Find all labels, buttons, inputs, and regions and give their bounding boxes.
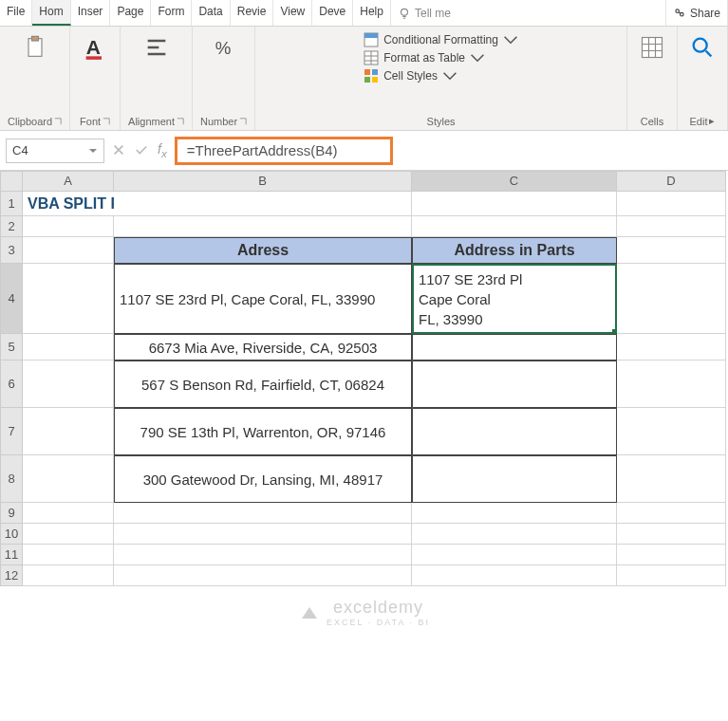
formula-input[interactable]: =ThreePartAddress(B4)	[175, 137, 393, 165]
cell-B4[interactable]: 1107 SE 23rd Pl, Cape Coral, FL, 33990	[114, 264, 412, 334]
cell-D2[interactable]	[617, 216, 726, 237]
cell-C11[interactable]	[412, 545, 617, 565]
cell-A12[interactable]	[23, 565, 114, 586]
cell-B2[interactable]	[114, 216, 412, 237]
dialog-launcher-icon[interactable]	[103, 118, 110, 125]
font-button[interactable]: A	[78, 32, 112, 63]
row-header-12[interactable]: 12	[0, 565, 23, 586]
editing-button[interactable]	[685, 32, 719, 63]
cell-D8[interactable]	[617, 455, 726, 503]
share-button[interactable]: Share	[666, 0, 728, 26]
cell-B10[interactable]	[114, 524, 412, 545]
col-header-B[interactable]: B	[114, 171, 412, 192]
cell-C8[interactable]	[412, 455, 617, 503]
cell-C6[interactable]	[412, 360, 617, 408]
tab-insert[interactable]: Inser	[71, 0, 111, 26]
tell-me-search[interactable]: Tell me	[391, 0, 666, 26]
cell-D12[interactable]	[617, 565, 726, 586]
cancel-icon[interactable]	[112, 143, 125, 157]
cell-D4[interactable]	[617, 264, 726, 334]
confirm-icon[interactable]	[135, 143, 148, 157]
ribbon-group-font: A Font	[70, 27, 121, 130]
tab-home[interactable]: Hom	[32, 0, 70, 26]
cell-styles-button[interactable]: Cell Styles	[364, 68, 457, 83]
cell-C10[interactable]	[412, 524, 617, 545]
cell-D3[interactable]	[617, 237, 726, 264]
cell-D1[interactable]	[617, 192, 726, 216]
cell-C1[interactable]	[412, 192, 617, 216]
row-header-3[interactable]: 3	[0, 237, 23, 264]
cell-B8[interactable]: 300 Gatewood Dr, Lansing, MI, 48917	[114, 455, 412, 503]
number-button[interactable]: %	[207, 32, 241, 63]
col-header-D[interactable]: D	[617, 171, 726, 192]
row-header-2[interactable]: 2	[0, 216, 23, 237]
row-header-6[interactable]: 6	[0, 360, 23, 408]
tab-formulas[interactable]: Form	[151, 0, 192, 26]
dialog-launcher-icon[interactable]	[239, 118, 247, 125]
col-header-C[interactable]: C	[412, 171, 617, 192]
cell-B9[interactable]	[114, 503, 412, 524]
cell-C12[interactable]	[412, 565, 617, 586]
cell-D10[interactable]	[617, 524, 726, 545]
dialog-launcher-icon[interactable]	[177, 118, 184, 125]
paste-button[interactable]	[18, 32, 52, 63]
select-all-corner[interactable]	[0, 171, 23, 192]
cell-A4[interactable]	[23, 264, 114, 334]
cell-A3[interactable]	[23, 237, 114, 264]
cell-D6[interactable]	[617, 360, 726, 408]
row-header-5[interactable]: 5	[0, 334, 23, 360]
row-header-1[interactable]: 1	[0, 192, 23, 216]
cell-D11[interactable]	[617, 545, 726, 565]
cells-button[interactable]	[635, 32, 669, 63]
name-box[interactable]: C4	[6, 139, 104, 163]
tab-review[interactable]: Revie	[231, 0, 274, 26]
ribbon-group-styles: Conditional Formatting Format as Table C…	[255, 27, 627, 130]
conditional-formatting-button[interactable]: Conditional Formatting	[364, 32, 518, 47]
dialog-launcher-icon[interactable]	[54, 118, 62, 125]
cell-A7[interactable]	[23, 408, 114, 455]
cell-C2[interactable]	[412, 216, 617, 237]
format-as-table-button[interactable]: Format as Table	[364, 50, 485, 65]
cell-D7[interactable]	[617, 408, 726, 455]
row-header-9[interactable]: 9	[0, 503, 23, 524]
alignment-button[interactable]	[140, 32, 174, 63]
cell-C9[interactable]	[412, 503, 617, 524]
cell-B11[interactable]	[114, 545, 412, 565]
cell-A5[interactable]	[23, 334, 114, 360]
row-header-8[interactable]: 8	[0, 455, 23, 503]
cell-A10[interactable]	[23, 524, 114, 545]
cond-format-icon	[364, 32, 379, 47]
fx-label[interactable]: fx	[158, 141, 167, 159]
tab-page-layout[interactable]: Page	[110, 0, 151, 26]
tab-view[interactable]: View	[273, 0, 312, 26]
formula-buttons: fx	[112, 141, 167, 159]
cell-B3-header[interactable]: Adress	[114, 237, 412, 264]
tab-help[interactable]: Help	[353, 0, 391, 26]
cell-C4[interactable]: 1107 SE 23rd Pl Cape Coral FL, 33990	[412, 264, 617, 334]
tab-file[interactable]: File	[0, 0, 32, 26]
cell-B7[interactable]: 790 SE 13th Pl, Warrenton, OR, 97146	[114, 408, 412, 455]
col-header-A[interactable]: A	[23, 171, 114, 192]
cell-A2[interactable]	[23, 216, 114, 237]
cell-C3-header[interactable]: Address in Parts	[412, 237, 617, 264]
cell-A11[interactable]	[23, 545, 114, 565]
row-header-7[interactable]: 7	[0, 408, 23, 455]
align-icon	[143, 34, 170, 61]
cell-B12[interactable]	[114, 565, 412, 586]
cell-D5[interactable]	[617, 334, 726, 360]
tab-data[interactable]: Data	[192, 0, 230, 26]
cell-C5[interactable]	[412, 334, 617, 360]
cell-A1[interactable]: VBA SPLIT Function	[23, 192, 114, 216]
cell-A6[interactable]	[23, 360, 114, 408]
cell-B1[interactable]	[114, 192, 412, 216]
cell-A9[interactable]	[23, 503, 114, 524]
cell-D9[interactable]	[617, 503, 726, 524]
row-header-4[interactable]: 4	[0, 264, 23, 334]
cell-B5[interactable]: 6673 Mia Ave, Riverside, CA, 92503	[114, 334, 412, 360]
cell-A8[interactable]	[23, 455, 114, 503]
row-header-10[interactable]: 10	[0, 524, 23, 545]
cell-C7[interactable]	[412, 408, 617, 455]
row-header-11[interactable]: 11	[0, 545, 23, 565]
tab-developer[interactable]: Deve	[312, 0, 353, 26]
cell-B6[interactable]: 567 S Benson Rd, Fairfield, CT, 06824	[114, 360, 412, 408]
